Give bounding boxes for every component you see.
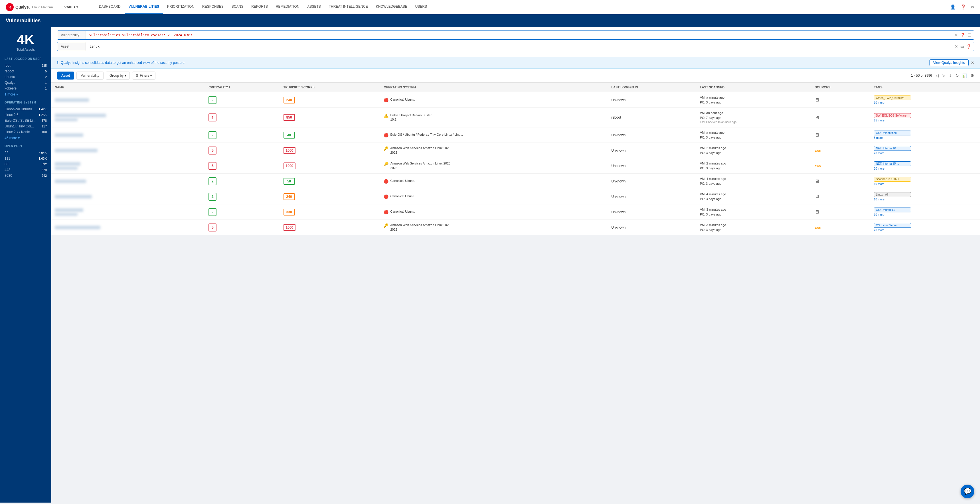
table-row[interactable]: 250 🔴 Canonical Ubuntu Unknown VM: 4 min… xyxy=(51,173,980,189)
tag-item[interactable]: OS: Unidentified xyxy=(874,130,911,135)
view-insights-button[interactable]: View Qualys Insights xyxy=(929,59,969,66)
tag-item[interactable]: Scanned in 180-D xyxy=(874,177,911,181)
nav-threat-intelligence[interactable]: THREAT INTELLIGENCE xyxy=(325,0,372,14)
tags-more[interactable]: 8 more xyxy=(874,136,977,139)
nav-reports[interactable]: REPORTS xyxy=(247,0,272,14)
last-scanned-cell: VM: 4 minutes ago PC: 3 days ago xyxy=(697,173,811,189)
tags-more[interactable]: 10 more xyxy=(874,101,977,104)
user-reboot[interactable]: reboot 5 xyxy=(5,68,47,74)
asset-collapse-icon[interactable]: ▭ xyxy=(960,44,964,49)
tags-more[interactable]: 10 more xyxy=(874,198,977,201)
os-linux26[interactable]: Linux 2.6 1.25K xyxy=(5,112,47,118)
mail-icon[interactable]: ✉ xyxy=(970,4,974,10)
tags-more[interactable]: 20 more xyxy=(874,152,977,155)
vulnerability-tab-button[interactable]: Vulnerability xyxy=(76,72,103,79)
asset-clear-icon[interactable]: ✕ xyxy=(955,44,958,49)
settings-icon[interactable]: ⚙ xyxy=(970,73,974,78)
user-qualys[interactable]: Qualys 1 xyxy=(5,80,47,86)
asset-search-row: Asset linux ✕ ▭ ❓ xyxy=(57,42,974,51)
nav-assets[interactable]: ASSETS xyxy=(303,0,325,14)
prev-page-icon[interactable]: ◁ xyxy=(935,73,939,78)
port-111[interactable]: 111 1.63K xyxy=(5,156,47,161)
port-22[interactable]: 22 3.94K xyxy=(5,150,47,156)
nav-users[interactable]: USERS xyxy=(411,0,431,14)
truscore-cell: 50 xyxy=(280,173,380,189)
user-root[interactable]: root 235 xyxy=(5,63,47,68)
logo[interactable]: Q Qualys. Cloud Platform xyxy=(6,3,53,11)
vm-scan-time: VM: 3 minutes ago xyxy=(700,207,808,212)
table-row[interactable]: 2240 🔴 Canonical Ubuntu Unknown VM: a mi… xyxy=(51,92,980,108)
chart-view-icon[interactable]: 📊 xyxy=(963,73,967,78)
nav-remediation[interactable]: REMEDIATION xyxy=(272,0,303,14)
os-section: OPERATING SYSTEM Canonical Ubuntu 1.42K … xyxy=(5,101,47,140)
asset-tab-button[interactable]: Asset xyxy=(57,72,74,79)
table-row[interactable]: 2330 🔴 Canonical Ubuntu Unknown VM: 3 mi… xyxy=(51,204,980,220)
group-by-button[interactable]: Group by ▾ xyxy=(106,72,130,79)
nav-responses[interactable]: RESPONSES xyxy=(198,0,228,14)
tags-more[interactable]: 10 more xyxy=(874,213,977,216)
os-sub: 2023 xyxy=(390,166,450,170)
asset-help-icon[interactable]: ❓ xyxy=(966,44,971,49)
vmdr-selector[interactable]: VMDR ▾ xyxy=(64,5,78,9)
tags-cell: OS: Ubuntu x.x10 more xyxy=(870,204,980,220)
tag-item[interactable]: Crash_TCP_Unknown xyxy=(874,95,911,100)
os-cell: 🔴 Canonical Ubuntu xyxy=(380,92,608,108)
last-logged-cell: reboot xyxy=(608,108,697,127)
vulnerability-clear-icon[interactable]: ✕ xyxy=(955,33,958,37)
tag-item[interactable]: OS: Linux Serve... xyxy=(874,223,911,228)
tags-more[interactable]: 20 more xyxy=(874,229,977,232)
vm-scan-time: VM: 4 minutes ago xyxy=(700,176,808,181)
next-page-icon[interactable]: ▷ xyxy=(942,73,945,78)
search-menu-icon[interactable]: ☰ xyxy=(967,33,971,37)
os-ubuntu-tiny[interactable]: Ubuntu / Tiny Cor... 117 xyxy=(5,124,47,129)
help-icon[interactable]: ❓ xyxy=(960,4,966,10)
table-row[interactable]: 51000 🔑 Amazon Web Services Amazon Linux… xyxy=(51,143,980,158)
tags-more[interactable]: 10 more xyxy=(874,183,977,186)
nav-dashboard[interactable]: DASHBOARD xyxy=(95,0,125,14)
os-euler[interactable]: EulerOS / SuSE Li... 578 xyxy=(5,118,47,124)
user-icon[interactable]: 👤 xyxy=(950,4,956,10)
tag-item[interactable]: NET: Internal IP ... xyxy=(874,146,911,151)
nav-vulnerabilities[interactable]: VULNERABILITIES xyxy=(125,0,163,14)
vulnerability-help-icon[interactable]: ❓ xyxy=(960,33,965,37)
os-canonical-ubuntu[interactable]: Canonical Ubuntu 1.42K xyxy=(5,107,47,112)
port-8080[interactable]: 8080 242 xyxy=(5,173,47,178)
tags-more[interactable]: 20 more xyxy=(874,167,977,170)
col-name: NAME xyxy=(51,83,205,92)
table-row[interactable]: 51000 🔑 Amazon Web Services Amazon Linux… xyxy=(51,158,980,173)
pc-scan-time: PC: 7 days ago xyxy=(700,116,808,120)
table-row[interactable]: 2240 🔴 Canonical Ubuntu Unknown VM: 4 mi… xyxy=(51,189,980,204)
users-more-link[interactable]: 1 more ▾ xyxy=(5,92,47,96)
table-header: NAME CRITICALITY ℹ TruRisk™ Score ℹ OPER… xyxy=(51,83,980,92)
os-linux2x[interactable]: Linux 2.x / Konic... 100 xyxy=(5,129,47,135)
assets-table-container: NAME CRITICALITY ℹ TruRisk™ Score ℹ OPER… xyxy=(51,83,980,235)
tags-more[interactable]: 25 more xyxy=(874,119,977,122)
nav-knowledgebase[interactable]: KNOWLEDGEBASE xyxy=(372,0,411,14)
download-icon[interactable]: ⤓ xyxy=(949,73,952,78)
os-more-link[interactable]: 45 more ▾ xyxy=(5,136,47,140)
last-logged-value: Unknown xyxy=(611,210,625,214)
info-close-icon[interactable]: ✕ xyxy=(971,60,974,65)
table-row[interactable]: 5850 ⚠️ Debian Project Debian Buster 10.… xyxy=(51,108,980,127)
os-cell: ⚠️ Debian Project Debian Buster 10.2 xyxy=(380,108,608,127)
asset-search-value[interactable]: linux xyxy=(86,42,952,51)
user-ubuntu[interactable]: ubuntu 2 xyxy=(5,74,47,80)
vulnerability-search-value[interactable]: vulnerabilities.vulnerability.cveIds:CVE… xyxy=(86,31,952,39)
user-kokeefe[interactable]: kokeefe 1 xyxy=(5,86,47,91)
sources-cell: 🖥 xyxy=(811,204,870,220)
port-443[interactable]: 443 379 xyxy=(5,167,47,173)
tag-item[interactable]: Linux - All xyxy=(874,192,911,197)
port-80[interactable]: 80 592 xyxy=(5,161,47,167)
nav-prioritization[interactable]: PRIORITIZATION xyxy=(163,0,198,14)
tag-item[interactable]: SW: EOL EOS Software xyxy=(874,113,911,118)
chat-button[interactable]: 💬 xyxy=(961,485,974,498)
logo-icon: Q xyxy=(6,3,14,11)
pc-scan-time: PC: 3 days ago xyxy=(700,166,808,171)
nav-scans[interactable]: SCANS xyxy=(228,0,247,14)
filters-button[interactable]: ⊟ Filters ▾ xyxy=(132,72,156,79)
table-row[interactable]: 51000 🔑 Amazon Web Services Amazon Linux… xyxy=(51,220,980,235)
tag-item[interactable]: NET: Internal IP ... xyxy=(874,161,911,166)
tag-item[interactable]: OS: Ubuntu x.x xyxy=(874,208,911,212)
refresh-icon[interactable]: ↻ xyxy=(956,73,959,78)
table-row[interactable]: 248 🔴 EulerOS / Ubuntu / Fedora / Tiny C… xyxy=(51,127,980,143)
